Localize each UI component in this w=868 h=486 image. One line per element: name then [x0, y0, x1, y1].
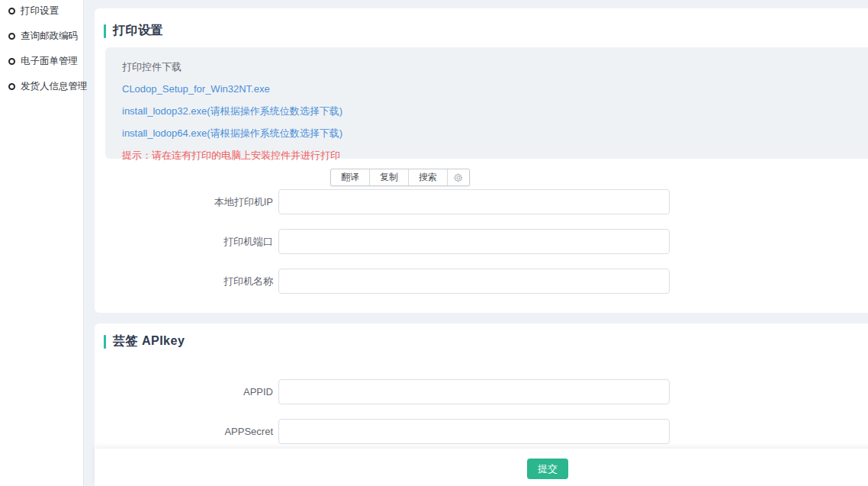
printer-ip-label: 本地打印机IP	[95, 189, 273, 214]
form-row-appsecret: APPSecret	[95, 419, 868, 444]
download-link-lodop64[interactable]: install_lodop64.exe(请根据操作系统位数选择下载)	[122, 122, 868, 144]
printer-port-label: 打印机端口	[95, 229, 273, 254]
download-link-lodop32[interactable]: install_lodop32.exe(请根据操作系统位数选择下载)	[122, 100, 868, 122]
sidebar-item-shipper-info-management[interactable]: 发货人信息管理	[0, 79, 83, 94]
form-row-appid: APPID	[95, 379, 868, 404]
print-control-download-box: 打印控件下载 CLodop_Setup_for_Win32NT.exe inst…	[105, 47, 868, 159]
sidebar-item-label: 查询邮政编码	[21, 30, 78, 43]
sidebar-item-print-settings[interactable]: 打印设置	[0, 3, 83, 18]
copy-button[interactable]: 复制	[369, 169, 408, 185]
appsecret-label: APPSecret	[95, 419, 273, 444]
text-selection-popup: 翻译 复制 搜索	[330, 169, 470, 186]
printer-port-input[interactable]	[278, 229, 670, 254]
printer-name-input[interactable]	[278, 269, 670, 294]
form-row-printer-ip: 本地打印机IP	[95, 189, 868, 214]
printer-ip-input[interactable]	[278, 189, 670, 214]
circle-bullet-icon	[8, 8, 15, 14]
print-settings-card: 打印设置 打印控件下载 CLodop_Setup_for_Win32NT.exe…	[95, 8, 868, 313]
sidebar-item-label: 发货人信息管理	[21, 80, 88, 93]
form-footer: 提交	[95, 449, 868, 486]
form-row-printer-name: 打印机名称	[95, 269, 868, 294]
form-row-printer-port: 打印机端口	[95, 229, 868, 254]
download-link-clodop[interactable]: CLodop_Setup_for_Win32NT.exe	[122, 78, 868, 100]
title-accent-bar	[104, 335, 106, 349]
submit-button[interactable]: 提交	[527, 459, 568, 479]
printer-name-label: 打印机名称	[95, 269, 273, 294]
sidebar-item-label: 打印设置	[21, 5, 59, 18]
title-accent-bar	[104, 24, 106, 38]
translate-button[interactable]: 翻译	[331, 169, 369, 185]
appsecret-input[interactable]	[278, 419, 670, 444]
sidebar-item-label: 电子面单管理	[21, 55, 78, 68]
install-tip-text: 提示：请在连有打印的电脑上安装控件并进行打印	[122, 144, 868, 166]
circle-bullet-icon	[8, 33, 15, 40]
sidebar-item-postal-code-query[interactable]: 查询邮政编码	[0, 28, 83, 43]
sidebar: 打印设置 查询邮政编码 电子面单管理 发货人信息管理	[0, 0, 84, 486]
page-title: 打印设置	[113, 23, 163, 39]
page: 打印设置 查询邮政编码 电子面单管理 发货人信息管理 打印设置 打印控件下载 C…	[0, 0, 868, 486]
apikey-title: 芸签 APIkey	[104, 333, 185, 349]
appid-input[interactable]	[278, 379, 670, 404]
gear-icon[interactable]	[447, 169, 469, 185]
circle-bullet-icon	[8, 58, 15, 65]
search-button[interactable]: 搜索	[408, 169, 447, 185]
section-title-text: 芸签 APIkey	[113, 333, 185, 349]
print-settings-title: 打印设置	[104, 23, 163, 39]
sidebar-item-ewaybill-management[interactable]: 电子面单管理	[0, 53, 83, 69]
appid-label: APPID	[95, 379, 273, 404]
circle-bullet-icon	[8, 83, 15, 90]
download-box-heading: 打印控件下载	[122, 56, 868, 78]
